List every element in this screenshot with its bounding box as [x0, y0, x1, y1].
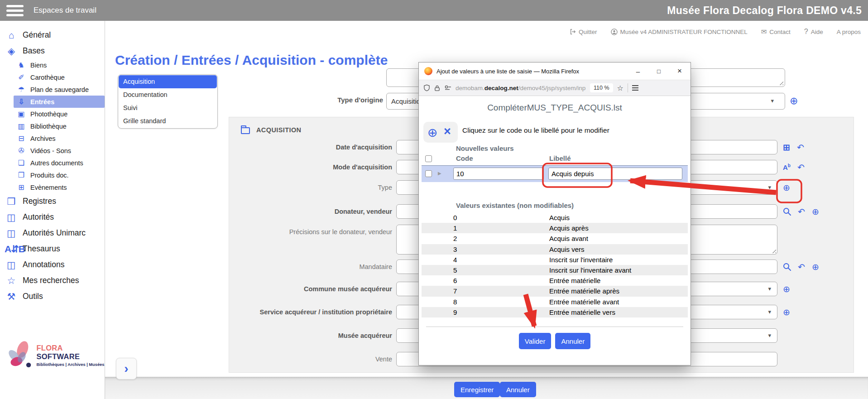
value-label: Acquis avant	[549, 233, 588, 244]
folder-icon	[241, 127, 250, 134]
sidebar-item-carotheque[interactable]: ✐Carothèque	[14, 71, 105, 83]
bookmark-star-icon[interactable]: ☆	[617, 84, 623, 92]
sidebar-item-bases[interactable]: ◈Bases	[0, 43, 105, 59]
hamburger-menu-icon[interactable]	[6, 3, 24, 19]
save-button[interactable]: Enregistrer	[454, 382, 500, 397]
url-bar[interactable]: demobam.decalog.net/demov45/jsp/system/i…	[419, 80, 691, 96]
new-code-input[interactable]	[453, 168, 544, 180]
lock-icon[interactable]	[434, 85, 440, 91]
chevron-down-icon[interactable]: ▾	[768, 332, 771, 339]
add-value-icon[interactable]: ⊕	[783, 284, 790, 294]
select-all-checkbox[interactable]	[425, 155, 432, 162]
registers-copy-icon: ❒	[5, 196, 18, 207]
fire-extinguisher-icon: ☂	[16, 85, 26, 94]
sidebar-item-annotations[interactable]: ◫Annotations	[0, 257, 105, 273]
field-label: Vente	[229, 352, 392, 366]
zoom-level-badge[interactable]: 110 %	[590, 83, 613, 92]
tab-acquisition[interactable]: Acquisition	[119, 75, 217, 88]
secondary-header: Quitter Musée v4 ADMINISTRATEUR FONCTION…	[105, 21, 868, 43]
undo-icon[interactable]: ↶	[798, 262, 805, 272]
sidebar-item-archives[interactable]: ⊟Archives	[14, 132, 105, 144]
sidebar-item-entrees[interactable]: ⇩Entrées	[14, 96, 105, 108]
tab-grille-standard[interactable]: Grille standard	[119, 115, 217, 128]
firefox-menu-icon[interactable]	[632, 84, 638, 91]
popup-title-bar[interactable]: Ajout de valeurs à une liste de saisie —…	[419, 62, 691, 80]
resize-handle-icon[interactable]	[778, 80, 783, 85]
chevron-down-icon[interactable]: ▾	[771, 97, 774, 104]
sidebar: ⌂Général ◈Bases ♞Biens ✐Carothèque ☂Plan…	[0, 21, 105, 399]
undo-icon[interactable]: ↶	[798, 207, 805, 217]
sidebar-item-produits-doc[interactable]: ❐Produits doc.	[14, 169, 105, 181]
add-row-icon[interactable]: ⊕	[427, 125, 438, 140]
sidebar-item-mes-recherches[interactable]: ☆Mes recherches	[0, 273, 105, 288]
chess-knight-icon: ♞	[16, 61, 26, 69]
add-value-icon[interactable]: ⊕	[783, 183, 790, 193]
search-icon[interactable]	[783, 207, 791, 216]
logo-software-text: SOFTWARE	[36, 352, 80, 361]
books-icon: ▥	[16, 122, 26, 130]
tab-documentation[interactable]: Documentation	[119, 88, 217, 101]
quit-link[interactable]: Quitter	[570, 29, 597, 35]
popup-cancel-button[interactable]: Annuler	[555, 333, 590, 349]
sidebar-item-outils[interactable]: ⚒Outils	[0, 288, 105, 304]
firefox-icon	[424, 67, 432, 75]
download-tray-icon: ⇩	[16, 97, 26, 106]
field-label: Commune musée acquéreur	[229, 282, 392, 296]
chevron-down-icon[interactable]: ▾	[768, 308, 771, 315]
expand-panel-button[interactable]: ›	[116, 358, 137, 380]
sidebar-item-autorites-unimarc[interactable]: ◫Autorités Unimarc	[0, 225, 105, 241]
sidebar-item-videos-sons[interactable]: ✇Vidéos - Sons	[14, 144, 105, 157]
app-title: Musée Flora Decalog Flora DEMO v4.5	[667, 5, 862, 17]
sidebar-item-autorites[interactable]: ◫Autorités	[0, 209, 105, 225]
chevron-right-icon: ›	[124, 361, 128, 376]
logo-tagline: Bibliothèques | Archives | Musées	[36, 362, 105, 367]
new-value-row: ▶	[422, 166, 688, 182]
help-link[interactable]: ? Aide	[804, 28, 823, 36]
sidebar-item-general[interactable]: ⌂Général	[0, 27, 105, 43]
existing-values-title: Valeurs existantes (non modifiables)	[456, 202, 574, 209]
page-title: Création / Entrées / Acquisition - compl…	[115, 53, 388, 68]
value-label: Entrée matérielle vers	[549, 307, 615, 317]
tab-suivi[interactable]: Suivi	[119, 101, 217, 115]
sidebar-item-autres-documents[interactable]: ❏Autres documents	[14, 157, 105, 169]
sidebar-item-plan-de-sauvegarde[interactable]: ☂Plan de sauvegarde	[14, 83, 105, 96]
sidebar-item-registres[interactable]: ❒Registres	[0, 193, 105, 209]
exit-icon	[570, 29, 576, 35]
sidebar-item-evenements[interactable]: ⊞Evènements	[14, 181, 105, 193]
about-link[interactable]: A propos	[837, 29, 861, 35]
contact-link[interactable]: ✉ Contact	[761, 28, 791, 36]
chevron-down-icon[interactable]: ▾	[768, 184, 771, 191]
popup-actions: Valider Annuler	[419, 333, 691, 349]
search-icon[interactable]	[783, 263, 791, 271]
cancel-button[interactable]: Annuler	[500, 382, 536, 397]
add-value-icon[interactable]: ⊕	[812, 262, 819, 272]
add-value-icon[interactable]: ⊕	[790, 95, 798, 107]
delete-row-icon[interactable]: ×	[444, 125, 451, 139]
minimize-button[interactable]: –	[629, 62, 647, 80]
undo-icon[interactable]: ↶	[797, 162, 805, 173]
bottom-action-bar: Enregistrer Annuler	[105, 377, 868, 399]
sidebar-item-phototheque[interactable]: ▣Photothèque	[14, 108, 105, 120]
calendar-icon[interactable]: ⊞	[783, 142, 790, 153]
font-assist-icon[interactable]: Ab	[783, 163, 791, 171]
close-button[interactable]: ×	[671, 62, 689, 80]
sidebar-item-bibliotheque[interactable]: ▥Bibliothèque	[14, 120, 105, 132]
existing-value-row: 2Acquis avant	[422, 233, 688, 244]
add-value-icon[interactable]: ⊕	[812, 207, 819, 217]
calendar-icon: ⊞	[16, 183, 26, 192]
thesaurus-ab-icon: A⇵B	[5, 244, 18, 255]
value-label: Entrée matérielle	[549, 275, 600, 286]
validate-button[interactable]: Valider	[519, 333, 551, 349]
maximize-button[interactable]: □	[650, 62, 668, 80]
new-libelle-input[interactable]	[548, 168, 682, 180]
user-menu[interactable]: Musée v4 ADMINISTRATEUR FONCTIONNEL	[611, 29, 748, 35]
undo-icon[interactable]: ↶	[797, 142, 804, 153]
existing-value-row: 7Entrée matérielle après	[422, 286, 688, 296]
chevron-down-icon[interactable]: ▾	[768, 285, 771, 292]
add-value-icon[interactable]: ⊕	[783, 307, 790, 317]
row-checkbox[interactable]	[425, 170, 432, 177]
shield-icon[interactable]	[423, 84, 430, 91]
permissions-icon[interactable]	[444, 85, 451, 91]
sidebar-item-biens[interactable]: ♞Biens	[14, 59, 105, 71]
sidebar-item-thesaurus[interactable]: A⇵BThesaurus	[0, 241, 105, 257]
